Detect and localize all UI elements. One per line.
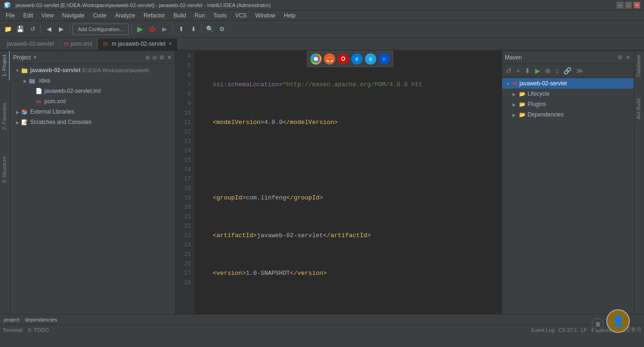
tree-item-scratches[interactable]: 📝 Scratches and Consoles: [10, 117, 175, 127]
menu-navigate[interactable]: Navigate: [58, 11, 88, 20]
tabs-bar: javaweb-02-servlet m pom.xml m m javaweb…: [0, 38, 644, 51]
maven-item-dependencies[interactable]: 📂 Dependencies: [502, 109, 634, 120]
maven-title: Maven: [505, 54, 522, 61]
sidebar-settings-icon[interactable]: ⚙: [159, 54, 165, 61]
plugins-folder-icon: 📂: [519, 101, 526, 107]
maven-download-icon[interactable]: ⬇: [523, 66, 532, 75]
chrome-icon[interactable]: [310, 53, 322, 65]
restore-button[interactable]: □: [625, 2, 632, 8]
new-edge-icon[interactable]: e: [379, 53, 390, 65]
sidebar-expand-icon[interactable]: ⊕: [145, 54, 150, 61]
left-tab-structure[interactable]: 3: Structure: [0, 153, 10, 187]
project-panel-tab[interactable]: javaweb-02-servlet: [2, 38, 59, 50]
pom-file-tab[interactable]: m pom.xml: [59, 38, 97, 50]
terminal-button[interactable]: Terminal: [3, 327, 23, 333]
toolbar-sep1: [41, 25, 41, 34]
toolbar-back[interactable]: ◀: [44, 24, 54, 34]
toolbar-vcs[interactable]: ⬆: [176, 24, 186, 34]
line-num-10: 10: [175, 108, 191, 118]
language-badge[interactable]: 英: [592, 318, 604, 330]
code-line-7: <groupId>com.linfeng</groupId>: [198, 193, 502, 203]
tree-item-iml[interactable]: 📄 javaweb-02-servlet.iml: [10, 86, 175, 96]
maven-add-icon[interactable]: +: [514, 66, 522, 75]
close-button[interactable]: ✕: [634, 2, 640, 8]
toolbar-forward[interactable]: ▶: [56, 24, 66, 34]
menu-analyze[interactable]: Analyze: [111, 11, 139, 20]
maven-tab[interactable]: m m javaweb-02-servlet ✕: [97, 38, 178, 50]
line-num-27: 27: [175, 269, 191, 278]
maven-item-root[interactable]: m javaweb-02-servlet: [502, 78, 634, 89]
tree-item-pom[interactable]: m pom.xml: [10, 96, 175, 107]
debug-button[interactable]: 🐞: [147, 24, 157, 34]
event-log-button[interactable]: Event Log: [531, 327, 555, 333]
breadcrumb-project[interactable]: project: [4, 317, 19, 322]
tree-item-idea[interactable]: .idea: [10, 75, 175, 86]
run-button[interactable]: ▶: [135, 24, 145, 34]
maven-refresh-icon[interactable]: ↺: [504, 66, 513, 75]
edge-icon[interactable]: e: [351, 53, 363, 65]
toolbar-update[interactable]: ⬇: [188, 24, 198, 34]
svg-point-5: [314, 57, 318, 61]
breadcrumb-dependencies[interactable]: dependencies: [25, 317, 58, 322]
maven-deps-arrow: [512, 112, 519, 117]
avatar[interactable]: 👤: [606, 309, 630, 333]
ie-icon[interactable]: e: [365, 53, 376, 65]
sidebar-dropdown-icon[interactable]: ▼: [33, 55, 37, 60]
maven-toggle-icon[interactable]: ↕: [553, 66, 561, 75]
menu-build[interactable]: Build: [170, 11, 190, 20]
menu-window[interactable]: Window: [251, 11, 279, 20]
maven-lifecycle-icon[interactable]: ⊕: [543, 66, 553, 75]
tab-close-icon[interactable]: ✕: [168, 41, 172, 46]
tree-item-extlibs[interactable]: 📚 External Libraries: [10, 107, 175, 117]
toolbar-save[interactable]: 💾: [15, 24, 25, 34]
sidebar-collapse-icon[interactable]: ⊖: [152, 54, 157, 61]
menu-file[interactable]: File: [2, 11, 18, 20]
code-line-4: xsi:schemaLocation="http://maven.apache.…: [198, 80, 502, 90]
maven-panel: Maven ⚙ ✕ ↺ + ⬇ ▶ ⊕ ↕ 🔗 ≫ m javaweb-02-s…: [502, 51, 634, 314]
maven-run-icon[interactable]: ▶: [533, 66, 542, 75]
menu-view[interactable]: View: [38, 11, 58, 20]
menu-run[interactable]: Run: [191, 11, 209, 20]
line-num-20: 20: [175, 203, 191, 212]
tree-item-root[interactable]: javaweb-02-servlet E:\IDEA-Workspace\jav…: [10, 65, 175, 75]
opera-icon[interactable]: O: [338, 53, 349, 65]
coverage-button[interactable]: ▶: [159, 24, 170, 34]
line-numbers: 4 5 6 7 8 9 10 11 12 13 14 15 16 17 18 1…: [175, 51, 194, 314]
line-num-11: 11: [175, 118, 191, 127]
title-bar-controls[interactable]: ─ □ ✕: [617, 2, 640, 8]
maven-close-icon[interactable]: ✕: [625, 54, 631, 61]
toolbar-sep2: [69, 25, 70, 34]
left-tab-favorites[interactable]: 2: Favorites: [0, 99, 10, 133]
left-tab-project[interactable]: 1: Project: [0, 51, 10, 80]
menu-vcs[interactable]: VCS: [231, 11, 251, 20]
toolbar-settings[interactable]: ⚙: [217, 24, 227, 34]
maven-lifecycle-arrow: [512, 91, 519, 97]
maven-link-icon[interactable]: 🔗: [561, 66, 573, 75]
line-num-22: 22: [175, 222, 191, 231]
menu-edit[interactable]: Edit: [19, 11, 37, 20]
maven-item-plugins[interactable]: 📂 Plugins: [502, 99, 634, 109]
maven-more-icon[interactable]: ≫: [574, 66, 585, 75]
toolbar-open-file[interactable]: 📁: [3, 24, 13, 34]
toolbar-search[interactable]: 🔍: [205, 24, 215, 34]
maven-root-arrow: [506, 81, 512, 86]
maven-item-lifecycle[interactable]: 📂 Lifecycle: [502, 89, 634, 99]
line-num-18: 18: [175, 184, 191, 193]
svg-rect-2: [29, 79, 35, 83]
menu-refactor[interactable]: Refactor: [140, 11, 169, 20]
root-folder-icon: [21, 67, 28, 74]
maven-settings-icon[interactable]: ⚙: [617, 54, 623, 61]
sidebar-close-icon[interactable]: ✕: [166, 54, 172, 61]
todo-button[interactable]: 6: TODO: [28, 327, 49, 333]
toolbar-refresh[interactable]: ↺: [27, 24, 38, 34]
firefox-icon[interactable]: 🦊: [324, 53, 335, 65]
add-configuration-button[interactable]: Add Configuration...: [73, 24, 129, 35]
right-tab-database[interactable]: Database: [634, 51, 644, 81]
minimize-button[interactable]: ─: [617, 2, 623, 8]
code-content[interactable]: xsi:schemaLocation="http://maven.apache.…: [194, 51, 502, 314]
menu-code[interactable]: Code: [89, 11, 110, 20]
menu-tools[interactable]: Tools: [210, 11, 231, 20]
right-tab-ant-build[interactable]: Ant Build: [634, 95, 644, 123]
code-line-10: [198, 306, 502, 314]
menu-help[interactable]: Help: [280, 11, 299, 20]
